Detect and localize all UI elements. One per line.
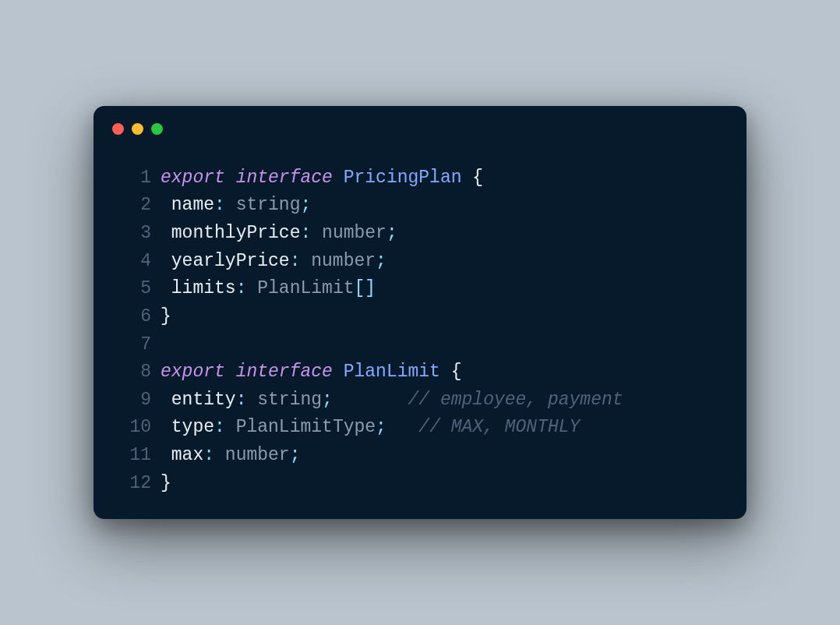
line-number: 2 bbox=[120, 192, 151, 220]
code-token: // employee, payment bbox=[408, 390, 623, 410]
window-zoom-icon[interactable] bbox=[151, 123, 163, 135]
line-content bbox=[161, 331, 720, 359]
code-editor[interactable]: 1export interface PricingPlan {2 name: s… bbox=[94, 143, 746, 498]
code-token: number bbox=[311, 251, 376, 271]
code-token: interface bbox=[236, 168, 333, 188]
window-titlebar bbox=[94, 106, 746, 143]
code-token: interface bbox=[236, 362, 333, 382]
code-token bbox=[311, 223, 322, 243]
code-token: PricingPlan bbox=[344, 168, 462, 188]
line-number: 3 bbox=[120, 220, 151, 248]
code-token: : bbox=[290, 251, 301, 271]
code-line: 3 monthlyPrice: number; bbox=[120, 220, 720, 248]
code-line: 9 entity: string; // employee, payment bbox=[120, 387, 720, 415]
code-token: { bbox=[451, 362, 462, 382]
line-content: yearlyPrice: number; bbox=[161, 248, 720, 276]
line-number: 10 bbox=[120, 414, 151, 442]
code-token: PlanLimit bbox=[257, 278, 354, 298]
code-line: 6} bbox=[120, 303, 720, 331]
code-token: : bbox=[214, 417, 225, 437]
code-token: // MAX, MONTHLY bbox=[418, 417, 580, 437]
code-token bbox=[161, 390, 171, 410]
code-token bbox=[300, 251, 311, 271]
line-content: } bbox=[161, 303, 720, 331]
code-token: { bbox=[472, 168, 483, 188]
line-content: entity: string; // employee, payment bbox=[161, 387, 720, 415]
code-token: } bbox=[161, 473, 171, 493]
code-line: 8export interface PlanLimit { bbox=[120, 358, 720, 387]
code-token bbox=[386, 417, 418, 437]
code-token: entity bbox=[171, 390, 236, 410]
code-token bbox=[440, 362, 451, 382]
code-window: 1export interface PricingPlan {2 name: s… bbox=[94, 106, 746, 520]
code-token: : bbox=[300, 223, 311, 243]
code-token bbox=[161, 445, 171, 465]
code-line: 7 bbox=[120, 331, 720, 359]
code-token bbox=[333, 390, 408, 410]
line-number: 6 bbox=[120, 303, 151, 331]
line-content: type: PlanLimitType; // MAX, MONTHLY bbox=[161, 414, 720, 442]
code-token: : bbox=[236, 390, 247, 410]
code-token: max bbox=[171, 445, 203, 465]
code-token bbox=[161, 417, 171, 437]
code-line: 10 type: PlanLimitType; // MAX, MONTHLY bbox=[120, 414, 720, 442]
line-number: 8 bbox=[120, 358, 151, 387]
line-content: limits: PlanLimit[] bbox=[161, 275, 720, 303]
code-token bbox=[225, 168, 236, 188]
code-token: : bbox=[203, 445, 214, 465]
code-token bbox=[246, 390, 257, 410]
line-number: 5 bbox=[120, 275, 151, 303]
code-line: 5 limits: PlanLimit[] bbox=[120, 275, 720, 303]
code-token: yearlyPrice bbox=[171, 251, 290, 271]
code-line: 2 name: string; bbox=[120, 192, 720, 220]
code-token bbox=[225, 195, 236, 215]
code-line: 12} bbox=[120, 470, 720, 498]
window-close-icon[interactable] bbox=[112, 123, 124, 135]
code-token: PlanLimit bbox=[344, 362, 440, 382]
code-token: ; bbox=[376, 417, 386, 437]
line-number: 7 bbox=[120, 331, 151, 359]
code-token bbox=[333, 362, 344, 382]
code-token bbox=[333, 168, 344, 188]
code-token: monthlyPrice bbox=[171, 223, 301, 243]
line-number: 11 bbox=[120, 442, 151, 470]
line-number: 4 bbox=[120, 248, 151, 276]
code-token bbox=[161, 251, 171, 271]
code-token: : bbox=[236, 278, 247, 298]
code-token bbox=[246, 278, 257, 298]
code-token: : bbox=[214, 195, 225, 215]
code-token: ; bbox=[290, 445, 301, 465]
code-token: } bbox=[161, 306, 171, 327]
code-line: 11 max: number; bbox=[120, 442, 720, 470]
code-token: [] bbox=[355, 278, 376, 298]
line-content: export interface PlanLimit { bbox=[161, 358, 720, 387]
line-number: 12 bbox=[120, 470, 151, 498]
code-line: 4 yearlyPrice: number; bbox=[120, 248, 720, 276]
code-token: number bbox=[322, 223, 386, 243]
code-line: 1export interface PricingPlan { bbox=[120, 164, 720, 192]
line-number: 1 bbox=[120, 164, 151, 192]
code-token: ; bbox=[322, 390, 333, 410]
code-token bbox=[161, 195, 171, 215]
code-token: string bbox=[236, 195, 301, 215]
code-token: export bbox=[161, 362, 225, 382]
code-token bbox=[462, 168, 473, 188]
line-number: 9 bbox=[120, 387, 151, 415]
code-token: string bbox=[257, 390, 322, 410]
line-content: export interface PricingPlan { bbox=[161, 164, 720, 192]
code-token: limits bbox=[171, 278, 236, 298]
code-token: PlanLimitType bbox=[236, 417, 376, 437]
code-token: ; bbox=[300, 195, 311, 215]
code-token: ; bbox=[376, 251, 386, 271]
code-token bbox=[161, 223, 171, 243]
line-content: } bbox=[161, 470, 720, 498]
line-content: name: string; bbox=[161, 192, 720, 220]
code-token bbox=[161, 278, 171, 298]
line-content: max: number; bbox=[161, 442, 720, 470]
code-token: ; bbox=[386, 223, 397, 243]
line-content: monthlyPrice: number; bbox=[161, 220, 720, 248]
code-token bbox=[214, 445, 225, 465]
code-token bbox=[225, 417, 236, 437]
window-minimize-icon[interactable] bbox=[132, 123, 143, 135]
code-token: number bbox=[225, 445, 290, 465]
